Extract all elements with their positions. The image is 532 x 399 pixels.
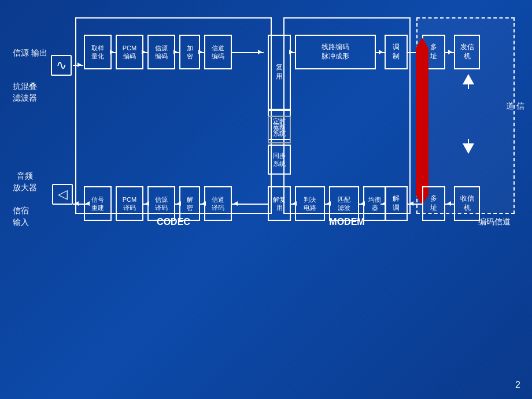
antenna-up-icon [463,74,474,89]
line-encode-block: 线路编码脉冲成形 [295,35,376,69]
arrow-mux-lineencode [291,52,295,53]
page-number: 2 [515,380,520,390]
arrow-encrypt-channel [200,52,204,53]
timing-block2: 定时系统 [268,116,291,143]
arrow-pcmdecode-sourcedecode [143,204,147,205]
speaker-icon: ◁ [52,184,73,205]
channel-decode-block: 信道译码 [204,186,232,221]
arrow-sampling-pcm [112,52,116,53]
multi-addr-rx-block: 多址 [422,186,445,221]
demux-block: 解复用 [268,186,291,221]
arrow-channeldecode-demux [232,204,268,205]
modulate-block: 调制 [385,35,408,69]
encrypt-block: 加密 [179,35,200,69]
channel-encode-block: 信道编码 [204,35,232,69]
arrow-rebuild-speaker [73,204,84,205]
match-filter-block: 匹配滤波 [329,186,359,221]
sine-wave-icon: ∿ [51,55,72,76]
decision-block: 判决电路 [295,186,325,221]
arrow-pcm-source [143,52,147,53]
arrow-multiaddr-tx-transmitter [445,52,454,53]
transmitter-block: 发信机 [454,35,480,69]
arrow-channel-mux [232,52,264,53]
anti-aliasing-label: 抗混叠滤波器 [13,81,37,104]
source-encode-block: 信源编码 [147,35,175,69]
arrow-multiaddr-rx-receiver [445,204,454,205]
pcm-decode-block: PCM译码 [116,186,143,221]
receiver-block: 收信机 [454,186,480,221]
antenna-down-icon [463,139,474,154]
arrow-demod-multiaddr-rx [408,204,422,205]
arrow-sourcedecode-decrypt [175,204,179,205]
audio-amplifier-label: 音频放大器 [13,171,37,193]
red-bidirectional-arrow [415,38,429,205]
signal-sink-label: 信宿输入 [13,205,29,228]
signal-source-label: 信源 输出 [13,47,47,59]
arrow-rebuild-pcmdecode [84,204,88,205]
multiplex-block: 复用 [268,35,291,110]
decrypt-block: 解密 [179,186,200,221]
slide: CODEC MODEM 编码信道 信源 输出 ∿ 抗混叠滤波器 音频放大器 ◁ … [0,0,532,399]
demodulate-block: 解调 [385,186,408,221]
encoded-channel-label: 编码信道 [478,217,511,227]
arrow-decrypt-channeldecode [200,204,204,205]
arrow-match-equalizer [359,204,363,205]
sync-block: 同步系统 [268,145,291,175]
arrow-equalizer-demod [380,204,385,205]
arrow-decision-match [325,204,329,205]
source-decode-block: 信源译码 [147,186,175,221]
arrow-demux-decision [291,204,295,205]
pcm-encode-block: PCM编码 [116,35,143,69]
arrow-source-encrypt [175,52,179,53]
arrow-lineencode-mod [376,52,385,53]
sampling-block: 取样量化 [84,35,112,69]
arrow-sine-sampling [73,65,83,66]
